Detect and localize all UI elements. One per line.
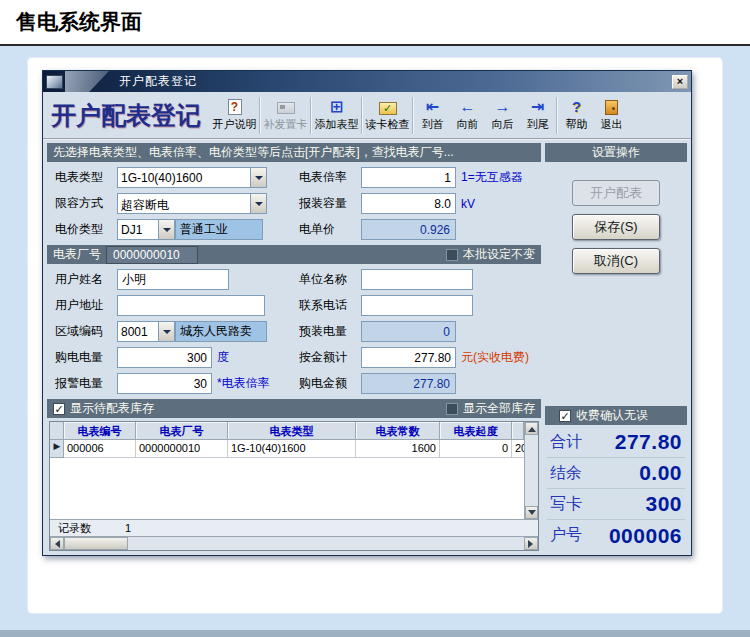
batch-fixed-checkbox[interactable] — [446, 249, 458, 261]
user-name-label: 用户姓名 — [55, 271, 117, 288]
alarm-energy-hint: *电表倍率 — [217, 375, 270, 392]
toolbar-button-last[interactable]: ⇥ 到尾 — [520, 95, 555, 136]
unit-name-label: 单位名称 — [299, 271, 361, 288]
toolbar-button-add-meter-type[interactable]: ⊞ 添加表型 — [313, 95, 360, 136]
toolbar-button-open-help[interactable]: ? 开户说明 — [211, 95, 258, 136]
document-question-icon: ? — [228, 99, 242, 115]
close-button[interactable]: × — [672, 75, 688, 89]
record-count-value: 1 — [125, 522, 131, 534]
scroll-left-icon — [51, 540, 60, 548]
card-check-icon: ✓ — [379, 102, 397, 115]
capacity-label: 报装容量 — [299, 195, 361, 212]
close-icon: × — [677, 75, 683, 87]
toolbar-separator — [412, 97, 414, 134]
scrollbar-thumb[interactable] — [64, 537, 128, 550]
alarm-energy-input[interactable] — [117, 373, 212, 394]
batch-fixed-label: 本批设定不变 — [463, 246, 535, 263]
unit-price-label: 电单价 — [299, 221, 361, 238]
toolbar-button-previous[interactable]: ← 向前 — [450, 95, 485, 136]
table-footer: 记录数 1 — [50, 519, 538, 536]
panel-title-bar: 设置操作 — [545, 143, 687, 162]
table-row[interactable]: ▶ 000006 0000000010 1G-10(40)1600 1600 0… — [50, 440, 524, 458]
dropdown-arrow-icon[interactable] — [158, 220, 174, 239]
toolbar: 开户配表登记 ? 开户说明 补发置卡 ⊞ 添加表型 ✓ 读卡检查 ⇤ — [43, 92, 691, 140]
scroll-left-button[interactable] — [50, 537, 64, 550]
fee-confirm-label: 收费确认无误 — [576, 407, 648, 424]
meter-type-label: 电表类型 — [55, 169, 117, 186]
inventory-bar: ✓ 显示待配表库存 显示全部库存 — [47, 399, 541, 418]
column-header-factory-no[interactable]: 电表厂号 — [136, 422, 228, 440]
meter-stock-table: 电表编号 电表厂号 电表类型 电表常数 电表起度 ▶ 000006 000000… — [49, 421, 539, 551]
alarm-energy-label: 报警电量 — [55, 375, 117, 392]
limit-mode-label: 限容方式 — [55, 195, 117, 212]
summary-row-balance: 结余 0.00 — [547, 458, 685, 489]
price-type-label: 电价类型 — [55, 221, 117, 238]
check-icon: ✓ — [54, 404, 63, 414]
page-header: 售电系统界面 — [0, 0, 750, 46]
toolbar-button-first[interactable]: ⇤ 到首 — [415, 95, 450, 136]
price-type-select[interactable]: DJ1 — [117, 219, 175, 240]
column-header-constant[interactable]: 电表常数 — [356, 422, 440, 440]
limit-mode-select[interactable]: 超容断电 — [117, 193, 267, 214]
scroll-right-icon — [528, 540, 537, 548]
fee-confirm-checkbox[interactable]: ✓ — [559, 410, 571, 422]
form-area: 先选择电表类型、电表倍率、电价类型等后点击[开户配表]，查找电表厂号... 电表… — [47, 143, 541, 551]
content-panel: 开户配表登记 × 开户配表登记 ? 开户说明 补发置卡 ⊞ 添加表型 ✓ — [28, 58, 722, 613]
bottom-edge — [0, 630, 750, 637]
meter-ratio-label: 电表倍率 — [299, 169, 361, 186]
window-title: 开户配表登记 — [119, 73, 672, 90]
column-header-date[interactable] — [512, 422, 524, 440]
purchase-energy-label: 购电电量 — [55, 349, 117, 366]
dropdown-arrow-icon[interactable] — [250, 168, 266, 187]
meter-ratio-hint: 1=无互感器 — [461, 169, 523, 186]
card-icon — [277, 102, 295, 114]
meter-ratio-input[interactable] — [361, 167, 456, 188]
capacity-unit: kV — [461, 197, 475, 211]
table-vertical-scrollbar[interactable] — [524, 422, 538, 519]
purchase-amount-label: 购电金额 — [299, 375, 361, 392]
save-button[interactable]: 保存(S) — [572, 214, 660, 240]
column-header-meter-no[interactable]: 电表编号 — [64, 422, 136, 440]
window-titlebar[interactable]: 开户配表登记 × — [43, 71, 691, 92]
cancel-button[interactable]: 取消(C) — [572, 248, 660, 274]
table-horizontal-scrollbar[interactable] — [50, 536, 538, 550]
show-pending-stock-checkbox[interactable]: ✓ — [53, 403, 65, 415]
column-header-meter-type[interactable]: 电表类型 — [228, 422, 356, 440]
toolbar-button-exit[interactable]: 退出 — [594, 95, 629, 136]
preset-energy-value: 0 — [361, 321, 456, 342]
area-code-select[interactable]: 8001 — [117, 321, 175, 342]
meter-type-select[interactable]: 1G-10(40)1600 — [117, 167, 267, 188]
add-grid-icon: ⊞ — [330, 99, 343, 115]
phone-input[interactable] — [361, 295, 473, 316]
factory-number-value: 0000000010 — [106, 246, 198, 264]
user-name-input[interactable] — [117, 269, 229, 290]
toolbar-separator — [310, 97, 312, 134]
scroll-down-button[interactable] — [525, 506, 538, 519]
summary-panel: 合计 277.80 结余 0.00 写卡 300 户号 000006 — [545, 425, 687, 551]
dropdown-arrow-icon[interactable] — [250, 194, 266, 213]
page-title: 售电系统界面 — [16, 8, 142, 36]
brand-title: 开户配表登记 — [47, 95, 211, 136]
scroll-right-button[interactable] — [524, 537, 538, 550]
user-address-input[interactable] — [117, 295, 265, 316]
toolbar-button-help[interactable]: ? 帮助 — [559, 95, 594, 136]
by-amount-input[interactable] — [361, 347, 456, 368]
purchase-amount-value: 277.80 — [361, 373, 456, 394]
unit-name-input[interactable] — [361, 269, 473, 290]
help-icon: ? — [572, 98, 581, 115]
open-account-button[interactable]: 开户配表 — [572, 180, 660, 206]
scroll-up-button[interactable] — [525, 422, 538, 435]
check-icon: ✓ — [560, 411, 569, 421]
dropdown-arrow-icon[interactable] — [158, 322, 174, 341]
toolbar-separator — [556, 97, 558, 134]
toolbar-button-next[interactable]: → 向后 — [485, 95, 520, 136]
record-count-label: 记录数 — [58, 521, 91, 536]
column-header-start-reading[interactable]: 电表起度 — [440, 422, 512, 440]
toolbar-button-reissue-card[interactable]: 补发置卡 — [262, 95, 309, 136]
purchase-energy-input[interactable] — [117, 347, 212, 368]
toolbar-button-card-check[interactable]: ✓ 读卡检查 — [364, 95, 411, 136]
capacity-input[interactable] — [361, 193, 456, 214]
factory-number-label: 电表厂号 — [53, 246, 101, 263]
unit-price-value: 0.926 — [361, 219, 456, 240]
show-all-stock-checkbox[interactable] — [446, 403, 458, 415]
